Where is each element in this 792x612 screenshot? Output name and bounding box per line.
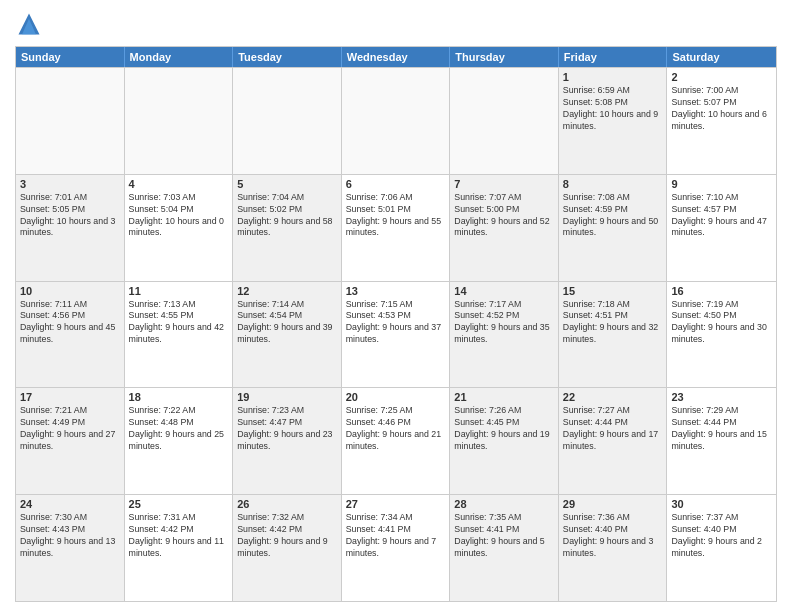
logo	[15, 10, 47, 38]
day-info: Sunrise: 7:30 AM Sunset: 4:43 PM Dayligh…	[20, 512, 120, 560]
cal-cell: 11Sunrise: 7:13 AM Sunset: 4:55 PM Dayli…	[125, 282, 234, 388]
day-info: Sunrise: 7:34 AM Sunset: 4:41 PM Dayligh…	[346, 512, 446, 560]
day-number: 29	[563, 498, 663, 510]
day-info: Sunrise: 7:32 AM Sunset: 4:42 PM Dayligh…	[237, 512, 337, 560]
cal-cell: 28Sunrise: 7:35 AM Sunset: 4:41 PM Dayli…	[450, 495, 559, 601]
cal-cell: 18Sunrise: 7:22 AM Sunset: 4:48 PM Dayli…	[125, 388, 234, 494]
day-number: 16	[671, 285, 772, 297]
cal-cell: 17Sunrise: 7:21 AM Sunset: 4:49 PM Dayli…	[16, 388, 125, 494]
day-info: Sunrise: 7:27 AM Sunset: 4:44 PM Dayligh…	[563, 405, 663, 453]
day-number: 15	[563, 285, 663, 297]
cal-row-2: 10Sunrise: 7:11 AM Sunset: 4:56 PM Dayli…	[16, 281, 776, 388]
day-number: 11	[129, 285, 229, 297]
cal-cell: 20Sunrise: 7:25 AM Sunset: 4:46 PM Dayli…	[342, 388, 451, 494]
cal-row-3: 17Sunrise: 7:21 AM Sunset: 4:49 PM Dayli…	[16, 387, 776, 494]
day-number: 21	[454, 391, 554, 403]
cal-cell: 30Sunrise: 7:37 AM Sunset: 4:40 PM Dayli…	[667, 495, 776, 601]
day-info: Sunrise: 7:14 AM Sunset: 4:54 PM Dayligh…	[237, 299, 337, 347]
weekday-header-sunday: Sunday	[16, 47, 125, 67]
cal-cell: 21Sunrise: 7:26 AM Sunset: 4:45 PM Dayli…	[450, 388, 559, 494]
day-info: Sunrise: 7:01 AM Sunset: 5:05 PM Dayligh…	[20, 192, 120, 240]
cal-cell: 8Sunrise: 7:08 AM Sunset: 4:59 PM Daylig…	[559, 175, 668, 281]
day-number: 14	[454, 285, 554, 297]
day-number: 25	[129, 498, 229, 510]
cal-cell: 29Sunrise: 7:36 AM Sunset: 4:40 PM Dayli…	[559, 495, 668, 601]
day-number: 30	[671, 498, 772, 510]
day-number: 24	[20, 498, 120, 510]
cal-cell: 16Sunrise: 7:19 AM Sunset: 4:50 PM Dayli…	[667, 282, 776, 388]
cal-cell: 5Sunrise: 7:04 AM Sunset: 5:02 PM Daylig…	[233, 175, 342, 281]
day-number: 27	[346, 498, 446, 510]
day-number: 28	[454, 498, 554, 510]
day-number: 9	[671, 178, 772, 190]
day-info: Sunrise: 7:03 AM Sunset: 5:04 PM Dayligh…	[129, 192, 229, 240]
weekday-header-friday: Friday	[559, 47, 668, 67]
cal-cell: 25Sunrise: 7:31 AM Sunset: 4:42 PM Dayli…	[125, 495, 234, 601]
cal-cell: 19Sunrise: 7:23 AM Sunset: 4:47 PM Dayli…	[233, 388, 342, 494]
day-info: Sunrise: 7:11 AM Sunset: 4:56 PM Dayligh…	[20, 299, 120, 347]
day-number: 7	[454, 178, 554, 190]
weekday-header-monday: Monday	[125, 47, 234, 67]
cal-cell: 6Sunrise: 7:06 AM Sunset: 5:01 PM Daylig…	[342, 175, 451, 281]
cal-cell: 2Sunrise: 7:00 AM Sunset: 5:07 PM Daylig…	[667, 68, 776, 174]
cal-row-4: 24Sunrise: 7:30 AM Sunset: 4:43 PM Dayli…	[16, 494, 776, 601]
cal-cell: 12Sunrise: 7:14 AM Sunset: 4:54 PM Dayli…	[233, 282, 342, 388]
cal-cell	[450, 68, 559, 174]
day-info: Sunrise: 7:08 AM Sunset: 4:59 PM Dayligh…	[563, 192, 663, 240]
cal-cell: 4Sunrise: 7:03 AM Sunset: 5:04 PM Daylig…	[125, 175, 234, 281]
cal-cell: 1Sunrise: 6:59 AM Sunset: 5:08 PM Daylig…	[559, 68, 668, 174]
header	[15, 10, 777, 38]
day-info: Sunrise: 7:07 AM Sunset: 5:00 PM Dayligh…	[454, 192, 554, 240]
cal-cell: 3Sunrise: 7:01 AM Sunset: 5:05 PM Daylig…	[16, 175, 125, 281]
weekday-header-tuesday: Tuesday	[233, 47, 342, 67]
day-info: Sunrise: 7:26 AM Sunset: 4:45 PM Dayligh…	[454, 405, 554, 453]
day-info: Sunrise: 7:36 AM Sunset: 4:40 PM Dayligh…	[563, 512, 663, 560]
day-info: Sunrise: 7:25 AM Sunset: 4:46 PM Dayligh…	[346, 405, 446, 453]
day-number: 2	[671, 71, 772, 83]
day-info: Sunrise: 7:18 AM Sunset: 4:51 PM Dayligh…	[563, 299, 663, 347]
logo-icon	[15, 10, 43, 38]
cal-row-1: 3Sunrise: 7:01 AM Sunset: 5:05 PM Daylig…	[16, 174, 776, 281]
day-number: 3	[20, 178, 120, 190]
day-number: 17	[20, 391, 120, 403]
cal-cell: 27Sunrise: 7:34 AM Sunset: 4:41 PM Dayli…	[342, 495, 451, 601]
weekday-header-thursday: Thursday	[450, 47, 559, 67]
day-number: 13	[346, 285, 446, 297]
day-info: Sunrise: 7:35 AM Sunset: 4:41 PM Dayligh…	[454, 512, 554, 560]
day-number: 1	[563, 71, 663, 83]
day-number: 8	[563, 178, 663, 190]
cal-cell: 9Sunrise: 7:10 AM Sunset: 4:57 PM Daylig…	[667, 175, 776, 281]
weekday-header-saturday: Saturday	[667, 47, 776, 67]
calendar-body: 1Sunrise: 6:59 AM Sunset: 5:08 PM Daylig…	[16, 67, 776, 601]
day-number: 12	[237, 285, 337, 297]
day-info: Sunrise: 7:21 AM Sunset: 4:49 PM Dayligh…	[20, 405, 120, 453]
day-number: 6	[346, 178, 446, 190]
cal-cell	[16, 68, 125, 174]
day-info: Sunrise: 7:23 AM Sunset: 4:47 PM Dayligh…	[237, 405, 337, 453]
day-info: Sunrise: 7:06 AM Sunset: 5:01 PM Dayligh…	[346, 192, 446, 240]
day-info: Sunrise: 7:17 AM Sunset: 4:52 PM Dayligh…	[454, 299, 554, 347]
day-number: 5	[237, 178, 337, 190]
day-info: Sunrise: 6:59 AM Sunset: 5:08 PM Dayligh…	[563, 85, 663, 133]
day-info: Sunrise: 7:10 AM Sunset: 4:57 PM Dayligh…	[671, 192, 772, 240]
cal-cell	[342, 68, 451, 174]
day-info: Sunrise: 7:13 AM Sunset: 4:55 PM Dayligh…	[129, 299, 229, 347]
cal-cell: 14Sunrise: 7:17 AM Sunset: 4:52 PM Dayli…	[450, 282, 559, 388]
cal-row-0: 1Sunrise: 6:59 AM Sunset: 5:08 PM Daylig…	[16, 67, 776, 174]
day-info: Sunrise: 7:19 AM Sunset: 4:50 PM Dayligh…	[671, 299, 772, 347]
cal-cell: 15Sunrise: 7:18 AM Sunset: 4:51 PM Dayli…	[559, 282, 668, 388]
day-info: Sunrise: 7:31 AM Sunset: 4:42 PM Dayligh…	[129, 512, 229, 560]
day-info: Sunrise: 7:00 AM Sunset: 5:07 PM Dayligh…	[671, 85, 772, 133]
cal-cell: 13Sunrise: 7:15 AM Sunset: 4:53 PM Dayli…	[342, 282, 451, 388]
day-number: 20	[346, 391, 446, 403]
day-info: Sunrise: 7:29 AM Sunset: 4:44 PM Dayligh…	[671, 405, 772, 453]
weekday-header-wednesday: Wednesday	[342, 47, 451, 67]
cal-cell: 24Sunrise: 7:30 AM Sunset: 4:43 PM Dayli…	[16, 495, 125, 601]
day-number: 19	[237, 391, 337, 403]
calendar-header: SundayMondayTuesdayWednesdayThursdayFrid…	[16, 47, 776, 67]
day-info: Sunrise: 7:37 AM Sunset: 4:40 PM Dayligh…	[671, 512, 772, 560]
cal-cell: 23Sunrise: 7:29 AM Sunset: 4:44 PM Dayli…	[667, 388, 776, 494]
day-number: 22	[563, 391, 663, 403]
day-number: 18	[129, 391, 229, 403]
day-number: 26	[237, 498, 337, 510]
